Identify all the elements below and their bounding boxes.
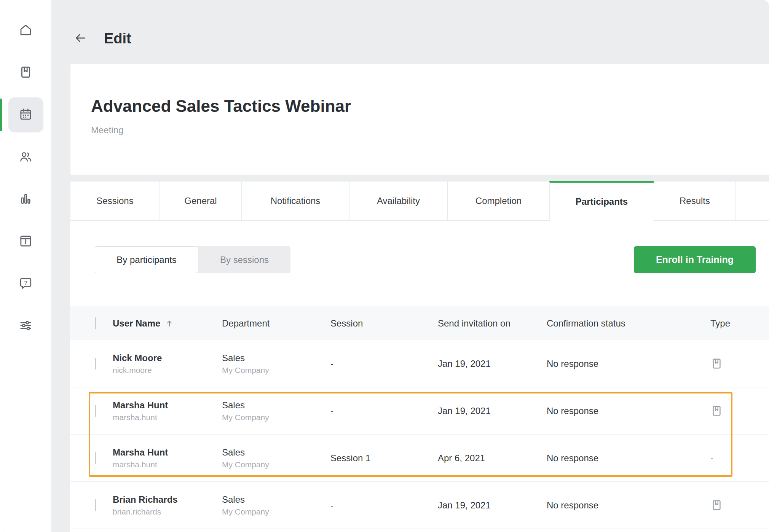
session-value: - — [330, 358, 438, 369]
column-header-status: Confirmation status — [547, 318, 710, 329]
enroll-in-training-button[interactable]: Enroll in Training — [634, 246, 756, 273]
sidebar-item-users[interactable] — [12, 143, 40, 171]
participants-table: User Name Department Session Send invita… — [70, 306, 769, 529]
tab-bar: Sessions General Notifications Availabil… — [70, 181, 769, 221]
invitation-date: Apr 6, 2021 — [438, 453, 547, 464]
participant-username: brian.richards — [113, 507, 222, 516]
book-icon — [710, 357, 769, 370]
tab-participants[interactable]: Participants — [549, 181, 654, 221]
info-card-icon — [19, 234, 33, 250]
participant-name: Brian Richards — [113, 494, 222, 505]
tab-results[interactable]: Results — [654, 181, 735, 221]
book-icon — [19, 65, 33, 81]
invitation-date: Jan 19, 2021 — [438, 406, 547, 416]
department-value: Sales — [222, 400, 330, 411]
users-icon — [19, 150, 33, 165]
table-header-row: User Name Department Session Send invita… — [70, 306, 769, 340]
sidebar-active-indicator — [0, 99, 2, 131]
toggle-by-participants[interactable]: By participants — [95, 246, 198, 273]
type-value: - — [710, 453, 769, 464]
column-label: User Name — [113, 318, 160, 329]
home-icon — [19, 23, 33, 38]
app-window: ? E — [0, 0, 769, 532]
page-title: Edit — [104, 30, 131, 47]
sidebar-item-reports[interactable] — [12, 186, 40, 213]
tab-general[interactable]: General — [160, 181, 241, 221]
course-type-label: Meeting — [91, 125, 769, 135]
svg-text:?: ? — [24, 279, 27, 285]
invitation-date: Jan 19, 2021 — [438, 500, 547, 511]
row-checkbox[interactable] — [95, 405, 96, 417]
bar-chart-icon — [19, 192, 33, 207]
calendar-icon — [19, 107, 33, 123]
participant-name: Marsha Hunt — [113, 400, 222, 411]
book-icon — [710, 405, 769, 417]
course-card: Advanced Sales Tactics Webinar Meeting — [70, 64, 769, 175]
tab-completion[interactable]: Completion — [447, 181, 549, 221]
company-value: My Company — [222, 460, 330, 469]
sidebar: ? — [0, 0, 51, 532]
select-all-checkbox[interactable] — [95, 317, 96, 329]
toggle-by-sessions[interactable]: By sessions — [198, 246, 290, 273]
sidebar-item-home[interactable] — [12, 17, 40, 44]
participant-username: nick.moore — [113, 366, 222, 375]
table-row[interactable]: Brian Richards brian.richards Sales My C… — [70, 482, 769, 529]
course-title: Advanced Sales Tactics Webinar — [91, 97, 769, 116]
confirmation-status: No response — [547, 453, 710, 464]
sidebar-item-support[interactable]: ? — [12, 270, 40, 298]
column-header-user-name[interactable]: User Name — [113, 318, 222, 329]
main-area: Edit Advanced Sales Tactics Webinar Meet… — [51, 0, 769, 532]
tab-sessions[interactable]: Sessions — [70, 181, 160, 221]
department-value: Sales — [222, 494, 330, 505]
page-header: Edit — [73, 30, 131, 47]
row-checkbox[interactable] — [95, 499, 96, 511]
table-row[interactable]: Marsha Hunt marsha.hunt Sales My Company… — [70, 387, 769, 435]
column-header-invitation: Send invitation on — [438, 318, 547, 329]
sidebar-item-courses[interactable] — [12, 59, 40, 86]
help-bubble-icon: ? — [19, 276, 33, 292]
column-header-type: Type — [710, 318, 769, 329]
department-value: Sales — [222, 447, 330, 458]
view-toggle: By participants By sessions — [95, 246, 290, 273]
sort-ascending-icon — [165, 319, 174, 328]
tab-strip-filler — [735, 181, 769, 221]
participant-name: Marsha Hunt — [113, 447, 222, 458]
table-row[interactable]: Marsha Hunt marsha.hunt Sales My Company… — [70, 435, 769, 482]
invitation-date: Jan 19, 2021 — [438, 358, 547, 369]
session-value: Session 1 — [330, 453, 438, 464]
confirmation-status: No response — [547, 500, 710, 511]
sidebar-item-calendar[interactable] — [12, 101, 40, 129]
participants-panel: By participants By sessions Enroll in Tr… — [70, 221, 769, 532]
participant-username: marsha.hunt — [113, 460, 222, 469]
company-value: My Company — [222, 413, 330, 422]
tab-notifications[interactable]: Notifications — [241, 181, 349, 221]
table-row[interactable]: Nick Moore nick.moore Sales My Company -… — [70, 340, 769, 387]
confirmation-status: No response — [547, 406, 710, 416]
arrow-left-icon — [74, 32, 87, 46]
sliders-icon — [19, 319, 33, 334]
row-checkbox[interactable] — [95, 358, 96, 370]
row-checkbox[interactable] — [95, 452, 96, 464]
confirmation-status: No response — [547, 358, 710, 369]
column-header-session: Session — [330, 318, 438, 329]
company-value: My Company — [222, 366, 330, 375]
sidebar-item-events[interactable] — [12, 228, 40, 255]
session-value: - — [330, 406, 438, 416]
column-header-department: Department — [222, 318, 330, 329]
book-icon — [710, 499, 769, 511]
sidebar-item-settings[interactable] — [12, 312, 40, 340]
back-button[interactable] — [73, 31, 88, 46]
department-value: Sales — [222, 353, 330, 363]
participant-username: marsha.hunt — [113, 413, 222, 422]
session-value: - — [330, 500, 438, 511]
company-value: My Company — [222, 507, 330, 516]
tab-availability[interactable]: Availability — [349, 181, 447, 221]
participant-name: Nick Moore — [113, 353, 222, 363]
